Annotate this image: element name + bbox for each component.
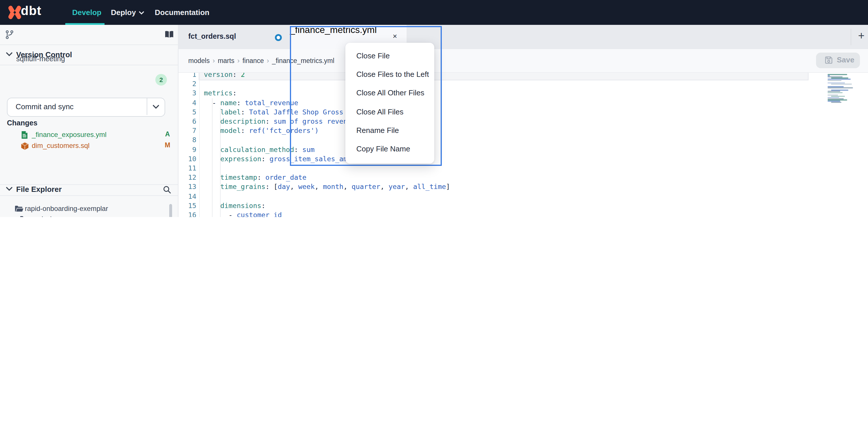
- nav-documentation[interactable]: Documentation: [155, 0, 209, 25]
- line-number: 15: [178, 201, 196, 210]
- code-text: description: sum of gross revenue: [204, 117, 356, 126]
- code-line-16[interactable]: 16 - customer_id: [178, 210, 868, 217]
- tab-label: _finance_metrics.yml: [290, 25, 377, 35]
- code-text: timestamp: order_date: [204, 173, 306, 182]
- file-explorer-title[interactable]: File Explorer: [16, 185, 62, 194]
- divider: [0, 195, 178, 196]
- changes-count-badge: 2: [155, 74, 167, 86]
- menu-item-close-files-to-the-left[interactable]: Close Files to the Left: [345, 65, 434, 84]
- breadcrumb-item[interactable]: marts: [218, 57, 235, 64]
- file-tree: rapid-onboarding-exemplar analysis dbt_p…: [0, 199, 178, 217]
- chevron-right-icon: ›: [237, 57, 240, 65]
- code-text: time_grains: [day, week, month, quarter,…: [204, 182, 450, 192]
- nav-develop[interactable]: Develop: [72, 0, 101, 25]
- cube-icon: [21, 142, 29, 150]
- folder-icon: [20, 215, 28, 217]
- tree-item-label: rapid-onboarding-exemplar: [25, 205, 108, 213]
- menu-item-rename-file[interactable]: Rename File: [345, 121, 434, 140]
- change-row[interactable]: dim_customers.sql M: [0, 140, 178, 151]
- dbt-logo-icon[interactable]: [7, 5, 23, 20]
- tab-label: fct_orders.sql: [188, 32, 236, 40]
- code-line-9[interactable]: 9 calculation_method: sum: [178, 145, 868, 154]
- line-number: 14: [178, 192, 196, 201]
- commit-and-sync-button[interactable]: Commit and sync: [7, 98, 165, 117]
- nav-active-underline: [65, 23, 104, 25]
- code-editor[interactable]: 1version: 223metrics:4 - name: total_rev…: [178, 72, 868, 217]
- nav-deploy[interactable]: Deploy: [111, 0, 145, 25]
- line-number: 9: [178, 145, 196, 154]
- line-number: 3: [178, 89, 196, 98]
- code-line-15[interactable]: 15 dimensions:: [178, 201, 868, 210]
- code-text: model: ref('fct_orders'): [204, 126, 319, 135]
- line-number: 10: [178, 154, 196, 164]
- code-line-13[interactable]: 13 time_grains: [day, week, month, quart…: [178, 182, 868, 192]
- code-text: metrics:: [204, 89, 237, 98]
- menu-item-close-all-other-files[interactable]: Close All Other Files: [345, 84, 434, 103]
- tree-item-label: analysis: [30, 215, 55, 217]
- code-line-2[interactable]: 2: [178, 79, 868, 88]
- new-tab-button[interactable]: +: [858, 29, 865, 42]
- left-sidebar: sqlfluff-meeting Version Control 2 Commi…: [0, 25, 179, 217]
- code-line-12[interactable]: 12 timestamp: order_date: [178, 173, 868, 182]
- menu-item-close-file[interactable]: Close File: [345, 47, 434, 65]
- tab-context-menu: Close FileClose Files to the LeftClose A…: [345, 43, 434, 164]
- chevron-down-icon: [139, 11, 145, 15]
- code-line-4[interactable]: 4 - name: total_revenue: [178, 98, 868, 107]
- line-number: 2: [178, 79, 196, 88]
- version-control-title[interactable]: Version Control: [16, 50, 72, 59]
- chevron-right-icon: ›: [267, 57, 269, 65]
- menu-item-copy-file-name[interactable]: Copy File Name: [345, 140, 434, 158]
- folder-open-icon: [14, 205, 24, 213]
- dbt-logo-text: dbt: [21, 3, 41, 19]
- code-text: dimensions:: [204, 201, 266, 210]
- change-status: M: [163, 142, 172, 148]
- code-text: version: 2: [204, 72, 245, 79]
- sidebar-scrollbar[interactable]: [169, 204, 172, 217]
- code-line-6[interactable]: 6 description: sum of gross revenue: [178, 117, 868, 126]
- unsaved-dot-icon: [275, 34, 282, 41]
- search-icon[interactable]: [163, 185, 171, 194]
- line-number: 1: [178, 72, 196, 79]
- change-file-name: dim_customers.sql: [32, 142, 90, 150]
- floppy-disk-icon: [825, 56, 833, 64]
- chevron-down-icon[interactable]: [6, 187, 13, 191]
- doc-icon: [21, 131, 28, 139]
- breadcrumb-item[interactable]: _finance_metrics.yml: [272, 57, 334, 64]
- menu-item-close-all-files[interactable]: Close All Files: [345, 103, 434, 121]
- line-number: 11: [178, 164, 196, 173]
- top-navbar: dbt Develop Deploy Documentation dbt Lab…: [0, 0, 868, 25]
- line-number: 6: [178, 117, 196, 126]
- close-tab-icon[interactable]: ×: [393, 32, 397, 40]
- breadcrumb-item[interactable]: models: [188, 57, 210, 64]
- line-number: 13: [178, 182, 196, 192]
- code-line-3[interactable]: 3metrics:: [178, 89, 868, 98]
- code-line-8[interactable]: 8: [178, 136, 868, 145]
- divider: [851, 29, 851, 45]
- chevron-right-icon: ›: [213, 57, 215, 65]
- breadcrumb-row: models›marts›finance›_finance_metrics.ym…: [178, 49, 868, 73]
- code-line-10[interactable]: 10 expression: gross_item_sales_amount: [178, 154, 868, 164]
- tree-item-analysis[interactable]: analysis: [2, 214, 170, 217]
- code-text: calculation_method: sum: [204, 145, 315, 154]
- changes-section-label: Changes: [7, 119, 37, 127]
- line-number: 16: [178, 210, 196, 217]
- commit-options-chevron[interactable]: [147, 98, 164, 115]
- editor-tab-bar: _finance_metrics.yml fct_orders.sql × +: [178, 25, 868, 49]
- code-line-5[interactable]: 5 label: Total Jaffle Shop Gross Revenue: [178, 108, 868, 117]
- tab-fct-orders[interactable]: fct_orders.sql: [178, 25, 290, 49]
- docs-book-icon[interactable]: [164, 31, 174, 38]
- code-line-11[interactable]: 11: [178, 164, 868, 173]
- line-number: 12: [178, 173, 196, 182]
- change-row[interactable]: _finance_exposures.yml A: [0, 129, 178, 140]
- code-text: - name: total_revenue: [204, 98, 298, 107]
- breadcrumb-item[interactable]: finance: [243, 57, 264, 64]
- divider: [0, 65, 178, 65]
- code-line-14[interactable]: 14: [178, 192, 868, 201]
- code-line-7[interactable]: 7 model: ref('fct_orders'): [178, 126, 868, 135]
- code-line-1[interactable]: 1version: 2: [178, 72, 868, 79]
- save-button[interactable]: Save: [816, 53, 860, 68]
- chevron-down-icon[interactable]: [6, 52, 13, 57]
- minimap[interactable]: [827, 74, 862, 104]
- git-branch-icon: [5, 30, 14, 39]
- tree-item-rapid-onboarding-exemplar[interactable]: rapid-onboarding-exemplar: [2, 203, 170, 214]
